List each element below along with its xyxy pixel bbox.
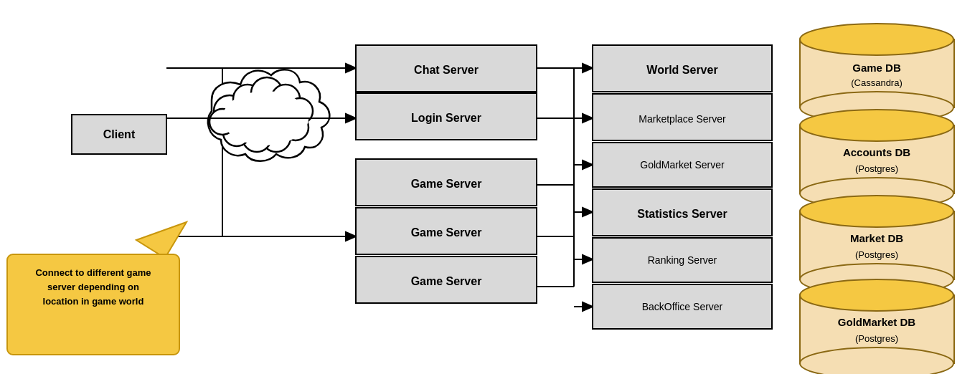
svg-text:Game Server: Game Server xyxy=(411,275,482,287)
svg-text:Client: Client xyxy=(103,128,136,140)
svg-marker-23 xyxy=(583,208,593,216)
svg-text:Game Server: Game Server xyxy=(411,226,482,239)
svg-text:BackOffice Server: BackOffice Server xyxy=(642,301,723,312)
svg-text:Statistics Server: Statistics Server xyxy=(637,208,727,220)
world-server-box: World Server xyxy=(593,45,772,92)
svg-marker-25 xyxy=(583,255,593,264)
svg-text:Game DB: Game DB xyxy=(852,62,901,74)
svg-marker-21 xyxy=(583,160,593,169)
accounts-db: Accounts DB (Postgres) xyxy=(800,110,954,209)
game-server-2-box: Game Server xyxy=(356,208,537,254)
svg-text:location in game world: location in game world xyxy=(43,296,144,307)
svg-text:Login Server: Login Server xyxy=(411,112,481,124)
svg-text:Market DB: Market DB xyxy=(850,232,903,244)
svg-text:GoldMarket Server: GoldMarket Server xyxy=(640,159,725,171)
client-box: Client xyxy=(72,115,166,154)
ranking-server-box: Ranking Server xyxy=(593,238,772,282)
chat-server-box: Chat Server xyxy=(356,45,537,92)
statistics-server-box: Statistics Server xyxy=(593,189,772,236)
callout-bubble: Connect to different game server dependi… xyxy=(7,222,187,355)
svg-text:(Postgres): (Postgres) xyxy=(855,249,898,260)
backoffice-server-box: BackOffice Server xyxy=(593,284,772,329)
svg-point-77 xyxy=(800,196,953,227)
goldmarket-server-box: GoldMarket Server xyxy=(593,143,772,187)
game-db: Game DB (Cassandra) xyxy=(800,24,954,123)
svg-text:(Postgres): (Postgres) xyxy=(855,333,898,344)
svg-point-67 xyxy=(800,24,953,55)
marketplace-server-box: Marketplace Server xyxy=(593,94,772,140)
svg-text:Chat Server: Chat Server xyxy=(414,64,479,76)
svg-point-83 xyxy=(800,347,953,374)
svg-marker-27 xyxy=(583,302,593,311)
svg-text:Game Server: Game Server xyxy=(411,178,482,190)
svg-text:Ranking Server: Ranking Server xyxy=(648,254,717,266)
svg-marker-17 xyxy=(583,64,593,72)
svg-point-82 xyxy=(800,279,953,311)
game-server-1-box: Game Server xyxy=(356,159,537,206)
svg-marker-86 xyxy=(136,222,187,258)
svg-text:Accounts DB: Accounts DB xyxy=(843,146,910,158)
svg-text:server depending on: server depending on xyxy=(47,282,139,292)
login-server-box: Login Server xyxy=(356,93,537,140)
svg-text:Marketplace Server: Marketplace Server xyxy=(639,113,726,125)
svg-marker-19 xyxy=(583,114,593,123)
svg-point-72 xyxy=(800,110,953,141)
svg-text:(Cassandra): (Cassandra) xyxy=(851,77,903,88)
goldmarket-db: GoldMarket DB (Postgres) xyxy=(800,279,954,374)
svg-text:(Postgres): (Postgres) xyxy=(855,163,898,174)
svg-text:Connect to different game: Connect to different game xyxy=(35,267,151,278)
svg-text:GoldMarket DB: GoldMarket DB xyxy=(838,316,916,328)
svg-text:World Server: World Server xyxy=(646,64,717,76)
game-server-3-box: Game Server xyxy=(356,256,537,303)
cloud-shape xyxy=(208,69,329,161)
